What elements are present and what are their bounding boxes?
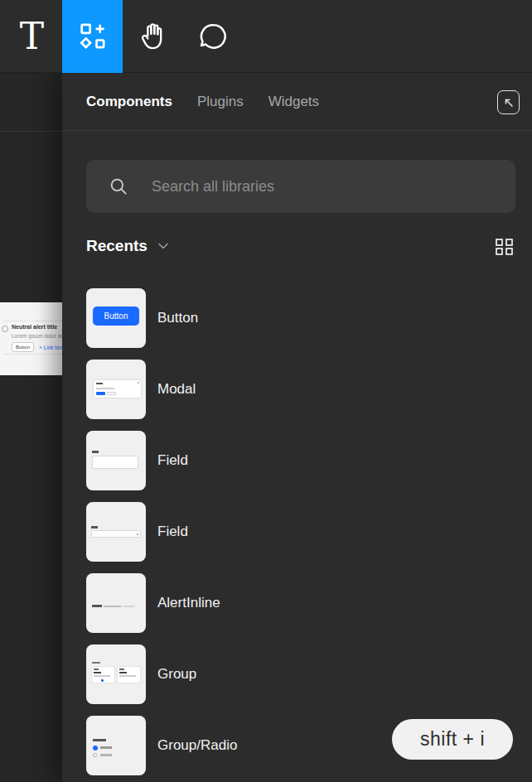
assets-tool-button[interactable] — [62, 0, 123, 73]
list-item-alertinline[interactable]: AlertInline — [62, 573, 532, 644]
list-item-field-1[interactable]: Field — [62, 431, 532, 502]
toolbar: T — [0, 0, 532, 73]
list-item-group[interactable]: Group — [62, 644, 532, 716]
alert-body-text: Lorem ipsum dolor amet conse — [12, 333, 62, 339]
assets-tool-icon — [76, 20, 109, 53]
panel-tabs: Components Plugins Widgets — [62, 73, 532, 131]
hand-tool-icon — [137, 20, 170, 53]
list-item-field-2[interactable]: Field — [62, 502, 532, 573]
text-tool-button[interactable]: T — [2, 0, 62, 73]
grid-view-icon[interactable] — [496, 239, 514, 255]
recents-list: Button Button Modal Field — [62, 288, 532, 782]
search-icon — [108, 176, 129, 197]
recents-dropdown[interactable]: Recents — [86, 237, 168, 255]
search-box[interactable] — [86, 160, 515, 213]
item-label: Button — [157, 288, 198, 348]
modal-preview — [94, 380, 141, 398]
item-label: Group/Radio — [157, 716, 237, 775]
alert-button: Button — [12, 342, 34, 352]
unpin-panel-button[interactable] — [497, 90, 520, 114]
list-item-modal[interactable]: Modal — [62, 360, 532, 431]
group-thumbnail — [86, 644, 146, 704]
comment-tool-button[interactable] — [183, 0, 244, 73]
recents-header: Recents — [62, 237, 532, 267]
info-circle-icon — [2, 326, 8, 332]
alert-link: + Link text — [39, 345, 62, 350]
hand-tool-button[interactable] — [123, 0, 183, 73]
tab-plugins[interactable]: Plugins — [197, 94, 244, 110]
item-label: Group — [157, 644, 196, 704]
alertinline-thumbnail — [86, 573, 146, 633]
list-item-button[interactable]: Button Button — [62, 288, 532, 360]
tab-components[interactable]: Components — [86, 94, 172, 110]
alert-bottom-border — [3, 354, 62, 355]
button-preview: Button — [93, 307, 139, 326]
field-thumbnail — [86, 502, 146, 562]
comment-tool-icon — [197, 20, 230, 53]
chevron-down-icon — [158, 243, 168, 249]
canvas-divider — [0, 131, 62, 132]
item-label: Modal — [157, 360, 196, 419]
keyboard-shortcut-hint: shift + i — [392, 719, 513, 760]
assets-panel: Components Plugins Widgets Recents — [62, 73, 532, 782]
text-tool-icon: T — [20, 18, 44, 55]
alert-top-border — [3, 321, 62, 321]
group-radio-thumbnail — [86, 716, 146, 775]
button-thumbnail: Button — [86, 288, 146, 348]
figma-app-window: T — [0, 0, 532, 782]
search-input[interactable] — [152, 178, 500, 196]
tab-widgets[interactable]: Widgets — [268, 94, 319, 110]
alert-title: Neutral alert title — [12, 324, 57, 330]
canvas-alert-component[interactable]: Neutral alert title Lorem ipsum dolor am… — [0, 302, 62, 375]
item-label: Field — [157, 431, 188, 490]
item-label: AlertInline — [157, 573, 220, 633]
canvas-area[interactable]: Neutral alert title Lorem ipsum dolor am… — [0, 73, 62, 782]
arrow-up-left-icon — [503, 97, 515, 109]
item-label: Field — [157, 502, 188, 562]
modal-thumbnail — [86, 360, 146, 419]
field-thumbnail — [86, 431, 146, 490]
recents-title: Recents — [86, 237, 148, 255]
